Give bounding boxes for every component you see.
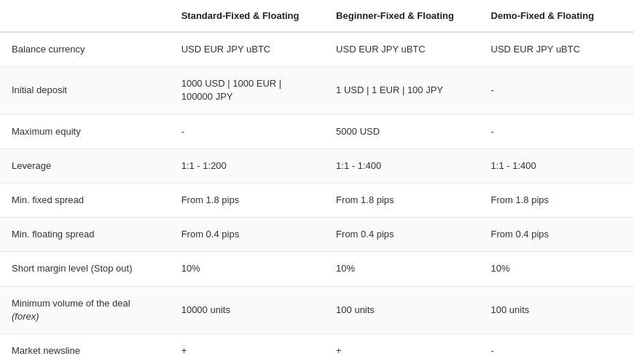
cell-beginner: USD EUR JPY uBTC [324, 32, 479, 67]
table-row: Min. floating spreadFrom 0.4 pipsFrom 0.… [0, 218, 634, 252]
cell-beginner: 100 units [324, 286, 479, 333]
cell-demo: 10% [480, 252, 634, 286]
comparison-table-wrapper: Standard-Fixed & Floating Beginner-Fixed… [0, 0, 634, 364]
table-row: Maximum equity-5000 USD- [0, 114, 634, 149]
cell-demo: - [480, 114, 634, 149]
cell-beginner: From 0.4 pips [324, 218, 479, 252]
cell-feature: Initial deposit [0, 67, 170, 114]
header-demo: Demo-Fixed & Floating [480, 0, 634, 32]
cell-beginner: 1:1 - 1:400 [324, 149, 479, 183]
table-row: Short margin level (Stop out)10%10%10% [0, 252, 634, 286]
table-body: Balance currencyUSD EUR JPY uBTCUSD EUR … [0, 32, 634, 364]
cell-standard: 1:1 - 1:200 [170, 149, 324, 183]
cell-feature: Maximum equity [0, 114, 170, 149]
header-row: Standard-Fixed & Floating Beginner-Fixed… [0, 0, 634, 32]
cell-standard: 1000 USD | 1000 EUR | 100000 JPY [170, 67, 324, 114]
cell-demo: 100 units [480, 286, 634, 333]
cell-standard: - [170, 114, 324, 149]
cell-demo: From 1.8 pips [480, 183, 634, 217]
cell-standard: 10% [170, 252, 324, 286]
cell-feature: Minimum volume of the deal (forex) [0, 286, 170, 333]
cell-demo: - [480, 333, 634, 364]
table-row: Market newsline++- [0, 333, 634, 364]
cell-feature: Min. floating spread [0, 218, 170, 252]
table-header: Standard-Fixed & Floating Beginner-Fixed… [0, 0, 634, 32]
cell-standard: + [170, 333, 324, 364]
cell-standard: USD EUR JPY uBTC [170, 32, 324, 67]
cell-demo: 1:1 - 1:400 [480, 149, 634, 183]
cell-demo: USD EUR JPY uBTC [480, 32, 634, 67]
cell-beginner: 5000 USD [324, 114, 479, 149]
table-row: Minimum volume of the deal (forex)10000 … [0, 286, 634, 333]
header-beginner: Beginner-Fixed & Floating [324, 0, 479, 32]
cell-feature: Min. fixed spread [0, 183, 170, 217]
cell-feature: Short margin level (Stop out) [0, 252, 170, 286]
cell-beginner: + [324, 333, 479, 364]
cell-beginner: From 1.8 pips [324, 183, 479, 217]
table-row: Min. fixed spreadFrom 1.8 pipsFrom 1.8 p… [0, 183, 634, 217]
cell-beginner: 1 USD | 1 EUR | 100 JPY [324, 67, 479, 114]
table-row: Balance currencyUSD EUR JPY uBTCUSD EUR … [0, 32, 634, 67]
cell-standard: 10000 units [170, 286, 324, 333]
table-row: Leverage1:1 - 1:2001:1 - 1:4001:1 - 1:40… [0, 149, 634, 183]
cell-demo: From 0.4 pips [480, 218, 634, 252]
comparison-table: Standard-Fixed & Floating Beginner-Fixed… [0, 0, 634, 364]
header-standard: Standard-Fixed & Floating [170, 0, 324, 32]
cell-demo: - [480, 67, 634, 114]
header-feature [0, 0, 170, 32]
cell-feature: Market newsline [0, 333, 170, 364]
cell-beginner: 10% [324, 252, 479, 286]
table-row: Initial deposit1000 USD | 1000 EUR | 100… [0, 67, 634, 114]
cell-standard: From 1.8 pips [170, 183, 324, 217]
cell-standard: From 0.4 pips [170, 218, 324, 252]
cell-feature: Leverage [0, 149, 170, 183]
cell-feature: Balance currency [0, 32, 170, 67]
